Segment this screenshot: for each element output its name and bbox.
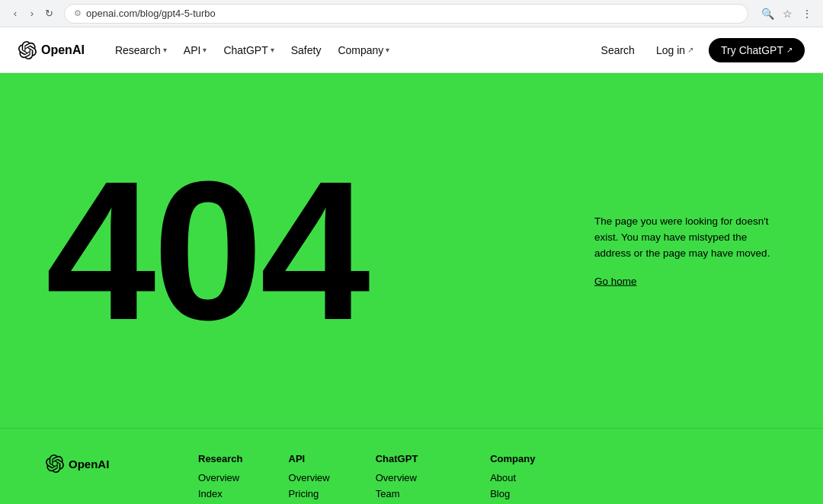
nav-api[interactable]: API ▾ <box>178 40 213 61</box>
footer-inner: OpenAI Research Overview Index GPT-4 DAL… <box>46 453 777 504</box>
footer-company-blog[interactable]: Blog <box>490 488 565 499</box>
error-description: The page you were looking for doesn't ex… <box>594 214 777 262</box>
nav-links: Research ▾ API ▾ ChatGPT ▾ Safety Compan… <box>109 40 595 61</box>
api-chevron-icon: ▾ <box>203 46 207 54</box>
footer-api-pricing[interactable]: Pricing <box>289 488 330 499</box>
footer-col-api-title: API <box>289 453 330 464</box>
cta-arrow-icon: ↗ <box>786 46 793 54</box>
nav-logo[interactable]: OpenAI <box>18 41 85 59</box>
footer-col-company: Company About Blog Careers Charter Secur… <box>490 453 565 504</box>
footer-col-company-title: Company <box>490 453 565 464</box>
footer-company-about[interactable]: About <box>490 472 565 483</box>
footer-col-research: Research Overview Index GPT-4 DALL·E 3 S… <box>198 453 243 504</box>
login-arrow-icon: ↗ <box>687 46 693 54</box>
error-code: 404 <box>0 121 413 380</box>
menu-icon[interactable]: ⋮ <box>800 7 814 21</box>
address-bar[interactable]: ⚙ openai.com/blog/gpt4-5-turbo <box>64 4 748 24</box>
navbar: OpenAI Research ▾ API ▾ ChatGPT ▾ Safety… <box>0 27 823 73</box>
footer-logo[interactable]: OpenAI <box>46 455 168 473</box>
footer-col-chatgpt-title: ChatGPT <box>376 453 444 464</box>
openai-logo-icon <box>18 41 37 59</box>
footer-research-index[interactable]: Index <box>198 488 243 499</box>
nav-chatgpt[interactable]: ChatGPT ▾ <box>217 40 280 61</box>
error-section: 404 The page you were looking for doesn'… <box>0 73 823 428</box>
footer-logo-icon <box>46 455 64 473</box>
error-message-box: The page you were looking for doesn't ex… <box>594 214 777 288</box>
footer-chatgpt-team[interactable]: Team <box>376 488 444 499</box>
reload-icon[interactable]: ↻ <box>43 8 55 20</box>
footer: OpenAI Research Overview Index GPT-4 DAL… <box>0 428 823 504</box>
nav-safety[interactable]: Safety <box>285 40 328 61</box>
try-chatgpt-button[interactable]: Try ChatGPT ↗ <box>709 38 805 62</box>
forward-icon[interactable]: › <box>26 8 38 20</box>
footer-research-overview[interactable]: Overview <box>198 472 243 483</box>
company-chevron-icon: ▾ <box>386 46 389 54</box>
browser-nav-icons: ‹ › ↻ <box>9 8 55 20</box>
browser-right-icons: 🔍 ☆ ⋮ <box>761 7 814 21</box>
browser-chrome: ‹ › ↻ ⚙ openai.com/blog/gpt4-5-turbo 🔍 ☆… <box>0 0 823 27</box>
search-button[interactable]: Search <box>595 40 641 61</box>
footer-logo-text: OpenAI <box>69 458 109 471</box>
footer-col-chatgpt: ChatGPT Overview Team Enterprise Pricing… <box>376 453 444 504</box>
search-browser-icon[interactable]: 🔍 <box>761 7 774 21</box>
research-chevron-icon: ▾ <box>163 46 167 54</box>
login-button[interactable]: Log in ↗ <box>650 40 700 61</box>
nav-research[interactable]: Research ▾ <box>109 40 173 61</box>
footer-col-research-title: Research <box>198 453 243 464</box>
nav-company[interactable]: Company ▾ <box>331 40 395 61</box>
back-icon[interactable]: ‹ <box>9 8 21 20</box>
url-text: openai.com/blog/gpt4-5-turbo <box>86 8 738 19</box>
chatgpt-chevron-icon: ▾ <box>271 46 274 54</box>
footer-api-overview[interactable]: Overview <box>289 472 330 483</box>
footer-col-api: API Overview Pricing Docs ↗ <box>289 453 330 504</box>
nav-logo-text: OpenAI <box>41 43 85 57</box>
footer-chatgpt-overview[interactable]: Overview <box>376 472 444 483</box>
footer-columns: Research Overview Index GPT-4 DALL·E 3 S… <box>198 453 777 504</box>
bookmark-icon[interactable]: ☆ <box>780 7 794 21</box>
go-home-link[interactable]: Go home <box>594 275 637 286</box>
nav-right: Search Log in ↗ Try ChatGPT ↗ <box>595 38 805 62</box>
site-icon: ⚙ <box>74 8 82 18</box>
